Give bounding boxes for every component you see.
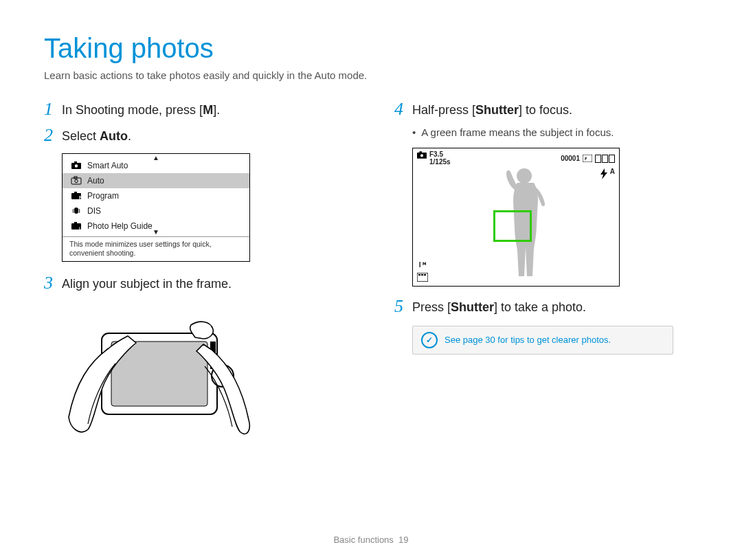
- step-text-end: .: [128, 129, 131, 143]
- page-footer: Basic functions 19: [0, 535, 742, 545]
- step-number: 4: [394, 100, 412, 118]
- svg-rect-1: [74, 161, 77, 164]
- step-text: Align your subject in the frame.: [62, 274, 232, 292]
- step-bold: Shutter: [475, 103, 519, 117]
- step-text: Press [: [412, 300, 451, 314]
- svg-text:ꜰ: ꜰ: [585, 156, 587, 161]
- svg-rect-26: [421, 274, 423, 276]
- svg-rect-27: [424, 274, 426, 276]
- menu-label: Auto: [87, 176, 104, 186]
- step-text: Select: [62, 129, 100, 143]
- step-3: 3 Align your subject in the frame.: [44, 274, 346, 292]
- smart-auto-icon: [71, 161, 82, 170]
- battery-icon: [595, 155, 615, 163]
- step-text: In Shooting mode, press [: [62, 103, 203, 117]
- sd-card-icon: [417, 273, 428, 282]
- step-5: 5 Press [Shutter] to take a photo.: [394, 298, 697, 315]
- menu-label: Program: [87, 191, 119, 201]
- step-number: 1: [44, 100, 62, 118]
- svg-rect-7: [74, 192, 77, 194]
- flash-indicator: A: [598, 168, 615, 182]
- mode-indicator: I ᴹ: [419, 261, 427, 269]
- step-number: 3: [44, 274, 62, 292]
- program-icon: P: [71, 191, 82, 201]
- step-text-end: ].: [213, 103, 220, 117]
- photo-count: 00001: [561, 155, 580, 162]
- camera-holding-illustration: [62, 300, 254, 445]
- step-bold: Shutter: [451, 300, 494, 314]
- camera-screen-illustration: F3.5 1/125s 00001 ꜰ: [412, 148, 620, 287]
- tip-text: See page 30 for tips to get clearer phot…: [445, 335, 611, 345]
- menu-label: Photo Help Guide: [87, 221, 153, 231]
- focus-frame: [493, 210, 532, 242]
- shutter-speed-value: 1/125s: [429, 159, 451, 166]
- svg-point-23: [517, 168, 532, 183]
- dis-icon: [71, 206, 82, 216]
- step-text-end: ] to focus.: [519, 103, 572, 117]
- svg-point-20: [420, 155, 423, 157]
- step-number: 2: [44, 126, 62, 144]
- svg-rect-24: [417, 273, 428, 282]
- menu-item-dis: DIS: [63, 203, 249, 219]
- intro-text: Learn basic actions to take photos easil…: [44, 69, 701, 81]
- auto-icon: [71, 176, 82, 186]
- menu-help-text: This mode minimizes user settings for qu…: [63, 236, 249, 261]
- step-text: Half-press [: [412, 103, 475, 117]
- page-title: Taking photos: [44, 33, 701, 64]
- menu-label: Smart Auto: [87, 161, 128, 170]
- info-icon: ✓: [421, 332, 438, 348]
- menu-label: DIS: [87, 206, 101, 216]
- menu-item-program: P Program: [63, 188, 249, 203]
- chevron-up-icon: ▲: [153, 155, 159, 161]
- tip-note: ✓ See page 30 for tips to get clearer ph…: [412, 326, 673, 355]
- svg-rect-25: [418, 274, 420, 276]
- step-number: 5: [394, 298, 412, 315]
- chevron-down-icon: ▼: [153, 229, 159, 236]
- step-2: 2 Select Auto.: [44, 126, 346, 144]
- step-text-end: ] to take a photo.: [494, 300, 586, 314]
- svg-rect-10: [74, 222, 77, 224]
- key-m: M: [203, 103, 213, 117]
- step-bold: Auto: [100, 129, 128, 143]
- svg-rect-19: [420, 152, 423, 154]
- svg-point-2: [75, 164, 78, 167]
- camera-icon: [417, 151, 427, 159]
- svg-point-5: [75, 179, 78, 182]
- menu-item-auto: Auto: [63, 173, 249, 188]
- help-guide-icon: i: [71, 221, 82, 231]
- step-1: 1 In Shooting mode, press [M].: [44, 100, 346, 118]
- svg-text:P: P: [79, 195, 82, 200]
- mode-menu: ▲ Smart Auto Auto P Program: [62, 153, 250, 262]
- quality-icon: ꜰ: [583, 155, 592, 162]
- step-4-bullet: A green frame means the subject in focus…: [412, 126, 697, 138]
- step-4: 4 Half-press [Shutter] to focus.: [394, 100, 697, 118]
